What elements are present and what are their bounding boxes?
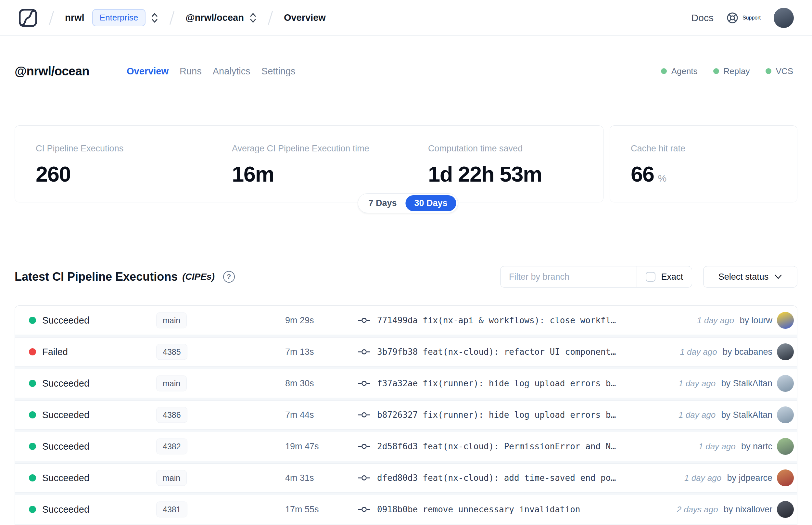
commit[interactable]: dfed80d3 feat(nx-cloud): add time-saved … — [357, 473, 657, 483]
cipe-row[interactable]: Succeeded main 8m 30s f37a32ae fix(runne… — [15, 369, 797, 398]
green-dot-icon — [766, 68, 771, 74]
row-meta: 1 day ago by bcabanes — [680, 347, 772, 357]
cipe-section-header: Latest CI Pipeline Executions (CIPEs) ? … — [15, 266, 797, 287]
duration: 17m 55s — [285, 505, 319, 515]
user-avatar[interactable] — [774, 8, 794, 28]
duration: 4m 31s — [285, 473, 314, 483]
breadcrumb-separator — [49, 11, 54, 25]
branch-badge[interactable]: main — [156, 376, 187, 391]
stat-ci-pipeline-executions: CI Pipeline Executions 260 — [15, 126, 211, 202]
avatar — [777, 406, 794, 423]
commit-message: fix(nx-api & workflows): close workfl… — [423, 315, 616, 325]
branch-filter-input[interactable] — [501, 272, 637, 282]
docs-link[interactable]: Docs — [691, 12, 714, 24]
commit-message: fix(runner): hide log upload errors b… — [423, 410, 616, 420]
timestamp: 1 day ago — [699, 441, 736, 451]
branch-badge[interactable]: 4386 — [156, 407, 187, 423]
status-label: Succeeded — [42, 315, 89, 326]
breadcrumb-org[interactable]: nrwl — [65, 12, 85, 23]
commit-hash: 2d58f6d3 — [377, 441, 418, 451]
cipe-row[interactable]: Succeeded 4386 7m 44s b8726327 fix(runne… — [15, 400, 797, 430]
status-dot — [29, 443, 36, 450]
branch-badge[interactable]: 4382 — [156, 439, 187, 454]
breadcrumb-separator — [268, 11, 273, 25]
tab-analytics[interactable]: Analytics — [213, 66, 250, 77]
cipe-row[interactable]: Succeeded 4381 17m 55s 0918b0be remove u… — [15, 495, 797, 524]
cipe-title: Latest CI Pipeline Executions — [15, 270, 178, 284]
workspace-switcher-icon[interactable] — [249, 12, 257, 24]
branch-badge[interactable]: 4381 — [156, 501, 187, 518]
status-select-dropdown[interactable]: Select status — [703, 266, 797, 287]
stat-value: 66% — [631, 162, 797, 186]
branch-badge[interactable]: 4385 — [156, 344, 187, 360]
row-meta: 1 day ago by jdpearce — [684, 473, 772, 483]
feature-vcs[interactable]: VCS — [766, 66, 793, 76]
duration: 7m 13s — [285, 347, 314, 357]
tab-overview[interactable]: Overview — [127, 66, 169, 77]
breadcrumb: nrwl Enterprise @nrwl/ocean Overview — [18, 8, 326, 28]
branch-filter-group: Exact — [500, 266, 692, 287]
duration: 9m 29s — [285, 315, 314, 325]
branch-badge[interactable]: main — [156, 470, 187, 486]
commit[interactable]: 0918b0be remove unnecessary invalidation — [357, 505, 657, 514]
git-commit-icon — [357, 380, 371, 387]
stat-label: Computation time saved — [428, 144, 603, 154]
branch-badge[interactable]: main — [156, 312, 187, 328]
commit[interactable]: 3b79fb38 feat(nx-cloud): refactor UI com… — [357, 347, 657, 357]
range-7-days[interactable]: 7 Days — [359, 195, 405, 211]
status-dot — [29, 380, 36, 387]
avatar — [777, 312, 794, 329]
cipe-row[interactable]: Succeeded main 4m 31s dfed80d3 feat(nx-c… — [15, 463, 797, 493]
commit[interactable]: 2d58f6d3 feat(nx-cloud): PermissionError… — [357, 441, 657, 451]
commit-hash: b8726327 — [377, 410, 418, 420]
commit-hash: 3b79fb38 — [377, 347, 418, 357]
status-label: Succeeded — [42, 410, 89, 420]
tab-runs[interactable]: Runs — [180, 66, 202, 77]
commit-message: feat(nx-cloud): add time-saved end po… — [423, 473, 616, 483]
exact-checkbox[interactable] — [646, 272, 656, 282]
stat-value: 260 — [36, 162, 211, 186]
commit[interactable]: 771499da fix(nx-api & workflows): close … — [357, 315, 657, 325]
timestamp: 1 day ago — [678, 378, 716, 388]
commit-hash: dfed80d3 — [377, 473, 418, 483]
commit[interactable]: b8726327 fix(runner): hide log upload er… — [357, 410, 657, 420]
feature-replay[interactable]: Replay — [713, 66, 750, 76]
help-icon[interactable]: ? — [223, 271, 235, 283]
date-range-toggle: 7 Days 30 Days — [357, 193, 458, 213]
support-link[interactable]: Support — [726, 12, 761, 24]
range-30-days[interactable]: 30 Days — [405, 195, 456, 211]
author: by nixallover — [724, 505, 772, 514]
feature-agents[interactable]: Agents — [661, 66, 698, 76]
stat-unit: % — [658, 173, 667, 183]
cipe-row[interactable]: Succeeded 4382 19m 47s 2d58f6d3 feat(nx-… — [15, 432, 797, 461]
commit-hash: f37a32ae — [377, 378, 418, 388]
stats-row: CI Pipeline Executions 260 Average CI Pi… — [15, 125, 797, 202]
duration: 7m 44s — [285, 410, 314, 420]
org-switcher-icon[interactable] — [151, 12, 158, 24]
stats-card-group: CI Pipeline Executions 260 Average CI Pi… — [15, 125, 603, 202]
cipe-subtitle: (CIPEs) — [182, 272, 215, 282]
timestamp: 1 day ago — [697, 315, 734, 325]
avatar — [777, 469, 794, 486]
tab-settings[interactable]: Settings — [261, 66, 295, 77]
cipe-row[interactable]: Succeeded main 9m 29s 771499da fix(nx-ap… — [15, 306, 797, 335]
cipe-row[interactable]: Failed 4385 7m 13s 3b79fb38 feat(nx-clou… — [15, 337, 797, 366]
timestamp: 2 days ago — [677, 505, 718, 514]
commit[interactable]: f37a32ae fix(runner): hide log upload er… — [357, 378, 657, 388]
top-navigation-bar: nrwl Enterprise @nrwl/ocean Overview Doc… — [0, 0, 812, 36]
green-dot-icon — [661, 68, 667, 74]
status-label: Failed — [42, 347, 68, 357]
commit-message: feat(nx-cloud): PermissionError and N… — [423, 441, 616, 451]
commit-message: fix(runner): hide log upload errors b… — [423, 378, 616, 388]
status-label: Succeeded — [42, 378, 89, 389]
git-commit-icon — [357, 317, 371, 324]
nx-cloud-logo-icon[interactable] — [18, 8, 38, 28]
workspace-title: @nrwl/ocean — [15, 64, 89, 78]
avatar — [777, 343, 794, 360]
avatar — [777, 438, 794, 455]
breadcrumb-workspace[interactable]: @nrwl/ocean — [185, 12, 244, 23]
commit-hash: 0918b0be — [377, 505, 418, 514]
git-commit-icon — [357, 474, 371, 481]
stat-average-execution-time: Average CI Pipeline Execution time 16m — [211, 126, 407, 202]
green-dot-icon — [713, 68, 719, 74]
